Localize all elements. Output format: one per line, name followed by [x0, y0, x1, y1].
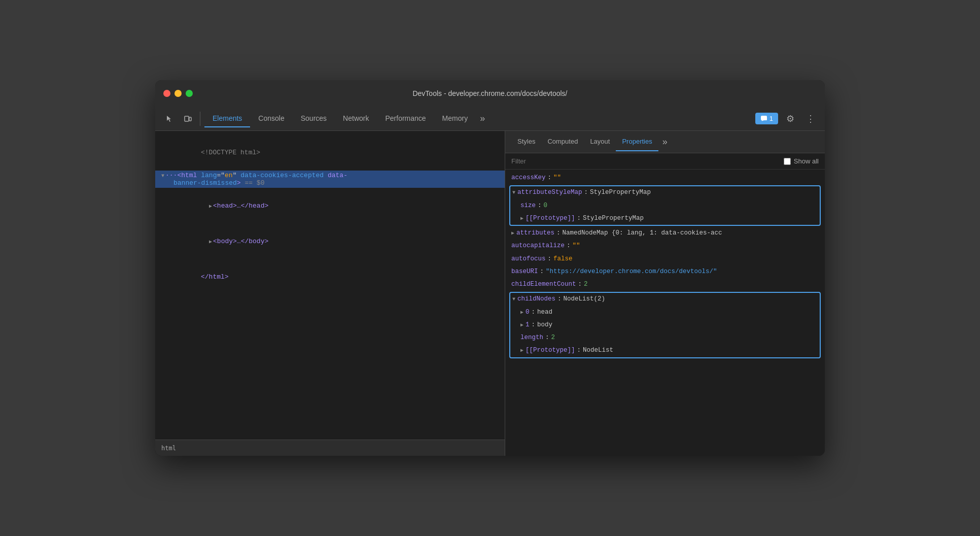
cursor-icon: [165, 115, 173, 123]
main-toolbar: Elements Console Sources Network Perform…: [155, 107, 825, 131]
titlebar: DevTools - developer.chrome.com/docs/dev…: [155, 80, 825, 107]
svg-rect-0: [185, 116, 189, 121]
notifications-button[interactable]: 1: [755, 113, 778, 124]
props-tabs: Styles Computed Layout Properties »: [505, 131, 825, 153]
prop-nodelist-length: length : 2: [518, 331, 820, 344]
traffic-lights: [163, 90, 193, 97]
dom-tree[interactable]: <!DOCTYPE html> ▼···<html lang="en" data…: [155, 131, 505, 440]
tab-network[interactable]: Network: [335, 110, 377, 127]
prop-prototype-nodelist[interactable]: ▶ [[Prototype]] : NodeList: [518, 344, 820, 357]
more-props-tabs-button[interactable]: »: [658, 135, 672, 149]
childnodes-section: ▼ childNodes : NodeList(2) ▶ 0 : head ▶ …: [509, 292, 821, 358]
tab-layout[interactable]: Layout: [584, 132, 616, 151]
tab-computed[interactable]: Computed: [541, 132, 584, 151]
show-all-checkbox[interactable]: [784, 158, 791, 165]
prop-prototype-stylemap[interactable]: ▶ [[Prototype]] : StylePropertyMap: [518, 212, 820, 225]
prop-autofocus: autofocus : false: [505, 253, 825, 265]
dom-panel: <!DOCTYPE html> ▼···<html lang="en" data…: [155, 131, 505, 456]
prop-childnodes[interactable]: ▼ childNodes : NodeList(2): [510, 293, 820, 306]
dom-status-bar: html: [155, 440, 505, 456]
more-tabs-button[interactable]: »: [476, 111, 489, 126]
select-element-button[interactable]: [161, 111, 178, 127]
main-content: <!DOCTYPE html> ▼···<html lang="en" data…: [155, 131, 825, 456]
attribute-style-map-section: ▼ attributeStyleMap : StylePropertyMap s…: [509, 185, 821, 226]
tab-memory[interactable]: Memory: [434, 110, 476, 127]
doctype-line: <!DOCTYPE html>: [161, 135, 499, 171]
prop-autocapitalize: autocapitalize : "": [505, 240, 825, 252]
maximize-button[interactable]: [186, 90, 193, 97]
prop-baseuri: baseURI : "https://developer.chrome.com/…: [505, 265, 825, 278]
body-element[interactable]: ▶<body>…</body>: [161, 223, 499, 259]
html-closing: </html>: [161, 259, 499, 295]
tab-console[interactable]: Console: [250, 110, 292, 127]
dom-breadcrumb: html: [161, 445, 176, 452]
head-element[interactable]: ▶<head>…</head>: [161, 188, 499, 223]
settings-button[interactable]: ⚙: [782, 111, 798, 127]
tab-performance[interactable]: Performance: [377, 110, 434, 127]
window-title: DevTools - developer.chrome.com/docs/dev…: [412, 89, 567, 97]
html-element-selected[interactable]: ▼···<html lang="en" data-cookies-accepte…: [155, 171, 505, 188]
minimize-button[interactable]: [174, 90, 182, 97]
svg-rect-1: [189, 117, 191, 121]
more-options-button[interactable]: ⋮: [802, 111, 819, 127]
main-tabs: Elements Console Sources Network Perform…: [204, 110, 753, 127]
filter-bar: Show all: [505, 153, 825, 170]
toolbar-divider-1: [200, 112, 200, 126]
device-icon: [184, 115, 192, 123]
badge-count: 1: [769, 115, 773, 122]
toolbar-right: 1 ⚙ ⋮: [755, 111, 819, 127]
chat-icon: [760, 115, 767, 122]
show-all-container: Show all: [784, 157, 819, 165]
prop-node-0[interactable]: ▶ 0 : head: [518, 306, 820, 319]
show-all-label: Show all: [794, 157, 819, 165]
prop-attributestylemap[interactable]: ▼ attributeStyleMap : StylePropertyMap: [510, 186, 820, 199]
filter-input[interactable]: [511, 157, 784, 165]
tab-elements[interactable]: Elements: [204, 110, 250, 127]
prop-node-1[interactable]: ▶ 1 : body: [518, 319, 820, 331]
prop-size: size : 0: [518, 199, 820, 212]
tab-properties[interactable]: Properties: [616, 132, 658, 151]
prop-attributes[interactable]: ▶ attributes : NamedNodeMap {0: lang, 1:…: [505, 227, 825, 240]
properties-content[interactable]: accessKey : "" ▼ attributeStyleMap : Sty…: [505, 170, 825, 456]
prop-childelementcount: childElementCount : 2: [505, 278, 825, 291]
props-panel: Styles Computed Layout Properties » Show…: [505, 131, 825, 456]
prop-accesskey: accessKey : "": [505, 172, 825, 184]
devtools-window: DevTools - developer.chrome.com/docs/dev…: [155, 80, 825, 456]
close-button[interactable]: [163, 90, 170, 97]
device-toolbar-button[interactable]: [180, 111, 196, 127]
tab-styles[interactable]: Styles: [511, 132, 541, 151]
tab-sources[interactable]: Sources: [293, 110, 335, 127]
